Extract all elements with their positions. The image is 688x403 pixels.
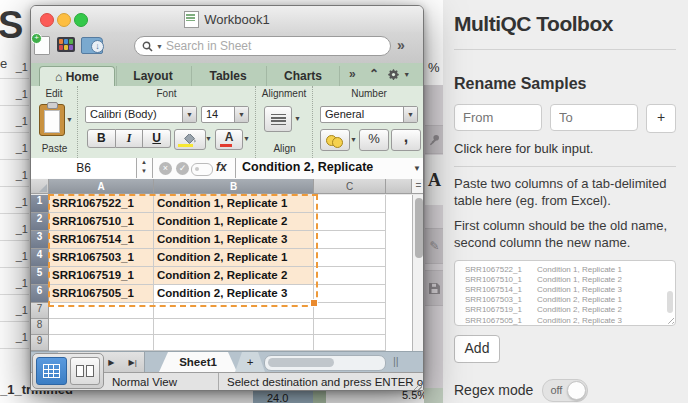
- cell[interactable]: [49, 335, 154, 351]
- percent-format-button[interactable]: %: [359, 129, 389, 151]
- toolbar-overflow-icon[interactable]: »: [397, 37, 405, 53]
- highlight-pushpin-button[interactable]: [425, 125, 444, 154]
- bold-button[interactable]: B: [87, 129, 116, 148]
- column-header-b[interactable]: B: [154, 179, 314, 194]
- name-box-stepper[interactable]: ▲▼: [136, 158, 153, 178]
- italic-button[interactable]: I: [116, 129, 144, 148]
- cell[interactable]: [154, 319, 314, 335]
- chevron-down-icon[interactable]: ▼: [243, 135, 250, 142]
- cancel-icon[interactable]: ×: [159, 162, 172, 175]
- tab-tables[interactable]: Tables: [191, 66, 264, 86]
- accounting-format-button[interactable]: [320, 129, 350, 151]
- normal-view-button[interactable]: [36, 357, 67, 385]
- column-header-c[interactable]: C: [314, 179, 386, 194]
- cell[interactable]: [154, 335, 314, 351]
- scrollbar-thumb[interactable]: [268, 358, 334, 367]
- chevron-down-icon[interactable]: ▼: [205, 135, 212, 142]
- select-all-button[interactable]: [31, 179, 49, 194]
- font-color-button[interactable]: A: [215, 129, 243, 150]
- media-browser-button[interactable]: [57, 37, 75, 52]
- cell-b4[interactable]: Condition 2, Replicate 1: [154, 249, 314, 267]
- next-sheet-icon[interactable]: ▶: [108, 358, 114, 367]
- row-header[interactable]: 3: [31, 231, 49, 249]
- cell[interactable]: [314, 213, 386, 231]
- fill-color-button[interactable]: [174, 129, 206, 150]
- cell-a4[interactable]: SRR1067503_1: [49, 249, 154, 267]
- horizontal-scrollbar[interactable]: [264, 355, 386, 371]
- sheet-tab[interactable]: Sheet1: [159, 352, 237, 372]
- cell[interactable]: [314, 335, 386, 351]
- new-workbook-button[interactable]: +: [34, 36, 50, 55]
- row-header[interactable]: 2: [31, 213, 49, 231]
- font-size-dropdown[interactable]: 14▼: [201, 106, 249, 123]
- collapse-ribbon-icon[interactable]: ⌃: [369, 67, 379, 81]
- comma-format-button[interactable]: ,: [391, 129, 421, 151]
- cell[interactable]: [314, 267, 386, 285]
- add-pair-button[interactable]: +: [646, 104, 676, 133]
- split-handle-icon[interactable]: =: [412, 179, 424, 194]
- more-tabs-icon[interactable]: »: [349, 67, 356, 81]
- chevron-down-icon[interactable]: ▼: [294, 115, 301, 122]
- cell-a6[interactable]: SRR1067505_1: [49, 285, 154, 303]
- column-header-a[interactable]: A: [49, 179, 154, 194]
- tab-home[interactable]: ⌂ Home: [39, 66, 115, 87]
- scrollbar-thumb[interactable]: [415, 198, 423, 258]
- cell-a5[interactable]: SRR1067519_1: [49, 267, 154, 285]
- hide-samples-button[interactable]: ✎: [425, 228, 444, 264]
- bulk-paste-textarea[interactable]: SRR1067522_1Condition 1, Replicate 1 SRR…: [454, 260, 676, 326]
- chevron-down-icon[interactable]: ▼: [350, 136, 357, 143]
- save-settings-button[interactable]: [425, 270, 444, 306]
- window-title-bar[interactable]: Workbook1: [31, 6, 423, 33]
- cell[interactable]: [314, 285, 386, 303]
- formula-dropdown-icon[interactable]: ▼: [413, 164, 421, 173]
- formula-input[interactable]: Condition 2, Replicate: [242, 160, 373, 174]
- row-header[interactable]: 6: [31, 285, 49, 303]
- cell-a2[interactable]: SRR1067510_1: [49, 213, 154, 231]
- selection-fill-handle[interactable]: [310, 299, 318, 307]
- column-header-partial[interactable]: [386, 179, 412, 194]
- font-name-dropdown[interactable]: Calibri (Body)▼: [85, 106, 197, 123]
- page-layout-view-button[interactable]: [70, 357, 101, 385]
- cell[interactable]: [314, 249, 386, 267]
- vertical-scrollbar[interactable]: [412, 195, 424, 351]
- row-header[interactable]: 9: [31, 335, 49, 351]
- to-input[interactable]: [550, 104, 638, 131]
- open-file-button[interactable]: ↓: [81, 37, 103, 54]
- from-input[interactable]: [454, 104, 542, 131]
- number-format-dropdown[interactable]: General▼: [320, 106, 418, 123]
- cell-b5[interactable]: Condition 2, Replicate 2: [154, 267, 314, 285]
- cell[interactable]: [314, 303, 386, 319]
- underline-button[interactable]: U: [143, 129, 171, 148]
- tab-charts[interactable]: Charts: [266, 66, 340, 86]
- gear-icon[interactable]: ▼: [387, 68, 410, 84]
- row-header[interactable]: 7: [31, 303, 49, 319]
- cell-b3[interactable]: Condition 1, Replicate 3: [154, 231, 314, 249]
- cell[interactable]: [314, 319, 386, 335]
- tab-layout[interactable]: Layout: [116, 66, 189, 86]
- rename-samples-tab-button[interactable]: A: [425, 155, 444, 205]
- cell-a3[interactable]: SRR1067514_1: [49, 231, 154, 249]
- add-sheet-tab[interactable]: +: [235, 352, 265, 372]
- cell-b1[interactable]: Condition 1, Replicate 1: [154, 195, 314, 213]
- spreadsheet-grid[interactable]: 1 2 3 4 5 6 7 8 9 SRR1067522_1 Condition…: [31, 195, 424, 351]
- regex-toggle[interactable]: off: [542, 379, 588, 402]
- paste-button[interactable]: [39, 104, 65, 136]
- cell[interactable]: [154, 303, 314, 319]
- cell-a1[interactable]: SRR1067522_1: [49, 195, 154, 213]
- sheet-search-field[interactable]: ▼ Search in Sheet: [134, 36, 391, 56]
- cell-b6-active[interactable]: Condition 2, Replicate 3: [154, 285, 314, 303]
- insert-function-icon[interactable]: fx: [216, 160, 227, 174]
- row-header[interactable]: 4: [31, 249, 49, 267]
- cell-b2[interactable]: Condition 1, Replicate 2: [154, 213, 314, 231]
- row-header[interactable]: 5: [31, 267, 49, 285]
- formula-builder-icon[interactable]: [191, 163, 213, 176]
- row-header[interactable]: 8: [31, 319, 49, 335]
- cell[interactable]: [49, 303, 154, 319]
- last-sheet-icon[interactable]: ▶|: [129, 358, 137, 367]
- accept-icon[interactable]: ✓: [176, 162, 189, 175]
- tab-splitter-icon[interactable]: ||: [393, 355, 399, 367]
- cell[interactable]: [314, 231, 386, 249]
- name-box[interactable]: B6: [31, 158, 137, 178]
- bulk-input-link[interactable]: Click here for bulk input.: [454, 141, 676, 156]
- textarea-scrollbar[interactable]: [667, 291, 673, 313]
